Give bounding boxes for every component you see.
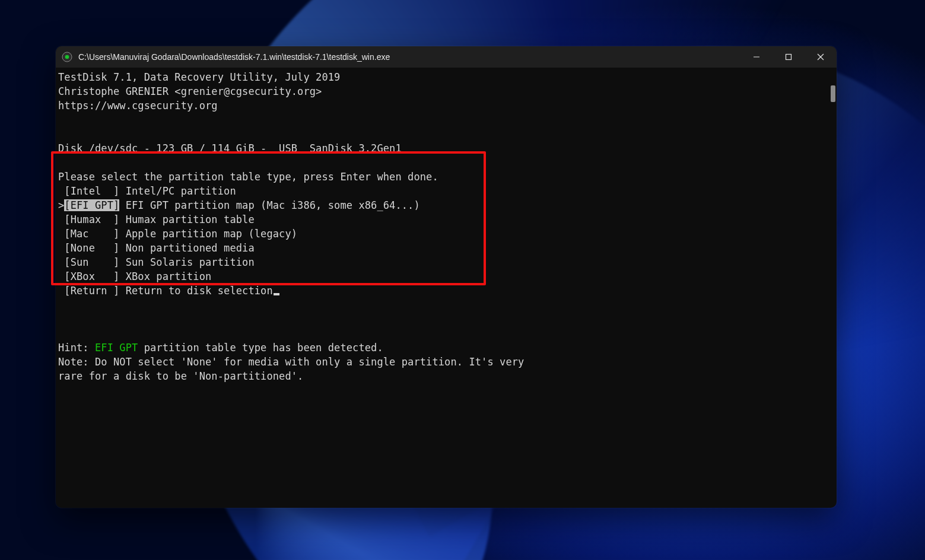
hint-line: Hint: EFI GPT partition table type has b… — [56, 341, 837, 355]
note-line: Note: Do NOT select 'None' for media wit… — [56, 355, 837, 369]
terminal-body[interactable]: TestDisk 7.1, Data Recovery Utility, Jul… — [56, 68, 837, 508]
blank-line — [56, 326, 837, 341]
app-icon — [62, 52, 72, 62]
option-xbox[interactable]: [XBox ] XBox partition — [56, 269, 837, 284]
prompt: Please select the partition table type, … — [56, 170, 837, 184]
option-humax[interactable]: [Humax ] Humax partition table — [56, 212, 837, 227]
option-return[interactable]: [Return ] Return to disk selection — [56, 284, 837, 298]
blank-line — [56, 312, 837, 326]
disk-info: Disk /dev/sdc - 123 GB / 114 GiB - USB S… — [56, 141, 837, 155]
blank-line — [56, 127, 837, 141]
option-efi-gpt[interactable]: >[EFI GPT] EFI GPT partition map (Mac i3… — [56, 198, 837, 212]
svg-point-1 — [65, 55, 69, 59]
desktop: C:\Users\Manuviraj Godara\Downloads\test… — [0, 0, 925, 560]
blank-line — [56, 155, 837, 170]
titlebar[interactable]: C:\Users\Manuviraj Godara\Downloads\test… — [56, 46, 837, 68]
option-sun[interactable]: [Sun ] Sun Solaris partition — [56, 255, 837, 269]
cursor — [274, 293, 279, 295]
option-none[interactable]: [None ] Non partitioned media — [56, 241, 837, 255]
blank-line — [56, 298, 837, 312]
partition-options[interactable]: [Intel ] Intel/PC partition>[EFI GPT] EF… — [56, 184, 837, 298]
option-mac[interactable]: [Mac ] Apple partition map (legacy) — [56, 227, 837, 241]
maximize-button[interactable] — [773, 46, 805, 68]
detected-type: EFI GPT — [95, 342, 138, 354]
header-line: Christophe GRENIER <grenier@cgsecurity.o… — [56, 84, 837, 98]
terminal-window: C:\Users\Manuviraj Godara\Downloads\test… — [56, 46, 837, 508]
header-line: https://www.cgsecurity.org — [56, 98, 837, 113]
window-buttons — [740, 46, 837, 68]
svg-rect-3 — [786, 55, 792, 60]
scrollbar-thumb[interactable] — [831, 85, 835, 102]
minimize-button[interactable] — [740, 46, 773, 68]
header-line: TestDisk 7.1, Data Recovery Utility, Jul… — [56, 70, 837, 84]
note-line: rare for a disk to be 'Non-partitioned'. — [56, 369, 837, 383]
close-button[interactable] — [805, 46, 837, 68]
window-title: C:\Users\Manuviraj Godara\Downloads\test… — [78, 52, 390, 62]
blank-line — [56, 113, 837, 127]
option-intel[interactable]: [Intel ] Intel/PC partition — [56, 184, 837, 198]
